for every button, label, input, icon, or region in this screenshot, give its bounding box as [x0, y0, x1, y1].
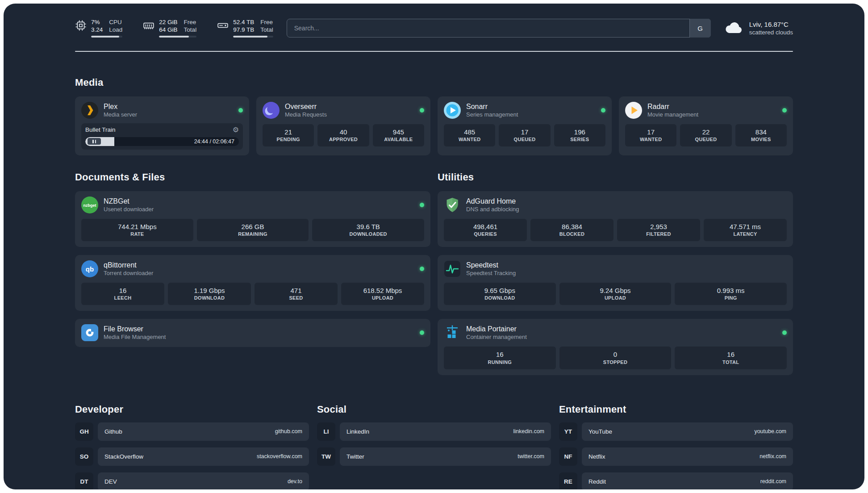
bookmark-abbr: SO — [75, 447, 93, 466]
bookmark-netflix[interactable]: NF Netflix netflix.com — [559, 447, 793, 466]
stat-label: QUEUED — [682, 136, 730, 143]
stat-tile: 9.24 Gbps UPLOAD — [559, 283, 672, 305]
status-dot — [238, 108, 243, 113]
filebrowser-icon — [81, 324, 98, 341]
stat-value: 834 — [737, 128, 785, 137]
playback-time: 24:44 / 02:06:47 — [194, 137, 234, 146]
top-bar: 7% 3.24 CPU Load — [75, 19, 793, 38]
service-description: DNS and adblocking — [466, 206, 519, 213]
bookmark-group-social: Social LI LinkedIn linkedin.com TW Twitt… — [317, 404, 551, 489]
disk-icon — [217, 20, 229, 31]
stat-value: 618.52 Mbps — [343, 286, 422, 295]
stat-tile: 834 MOVIES — [735, 124, 787, 146]
stat-tile: 618.52 Mbps UPLOAD — [341, 283, 424, 305]
service-card-adguard[interactable]: AdGuard Home DNS and adblocking 498,461 … — [438, 191, 793, 247]
resource-widget-disk: 52.4 TB 97.9 TB Free Total — [217, 19, 273, 38]
service-name: qBittorrent — [104, 261, 153, 269]
status-dot — [782, 330, 787, 335]
plex-icon — [81, 102, 98, 119]
stat-label: UPLOAD — [343, 295, 422, 301]
status-dot — [420, 267, 424, 271]
stat-label: STOPPED — [561, 359, 670, 366]
search-input[interactable] — [287, 19, 711, 38]
stat-value: 86,384 — [532, 222, 612, 231]
search-provider-button[interactable]: G — [689, 19, 711, 38]
stat-tile: 17 QUEUED — [499, 124, 550, 146]
bookmark-github[interactable]: GH Github github.com — [75, 422, 309, 441]
bookmark-pill: LinkedIn linkedin.com — [340, 422, 551, 441]
cpu-icon — [75, 20, 87, 31]
service-card-overseerr[interactable]: Overseerr Media Requests 21 PENDING 40 A… — [256, 96, 430, 155]
overseerr-icon — [263, 102, 280, 119]
stat-tile: 39.6 TB DOWNLOADED — [312, 219, 424, 241]
topbar-divider — [75, 51, 793, 52]
service-description: Media server — [104, 111, 137, 118]
stat-value: 9.24 Gbps — [561, 286, 670, 295]
stat-tile: 0 STOPPED — [559, 347, 672, 369]
service-description: Movie management — [647, 111, 698, 118]
bookmark-pill: Netflix netflix.com — [582, 447, 793, 466]
stat-tile: 196 SERIES — [554, 124, 605, 146]
stat-value: 17 — [627, 128, 675, 137]
service-card-filebrowser[interactable]: File Browser Media File Management — [75, 319, 430, 347]
bookmark-abbr: YT — [559, 422, 577, 441]
stat-tile: 47.571 ms LATENCY — [704, 219, 787, 241]
service-name: Overseerr — [285, 103, 327, 111]
service-description: Media File Management — [104, 334, 166, 340]
pause-button[interactable] — [88, 138, 101, 145]
stat-value: 2,953 — [619, 222, 698, 231]
service-card-nzbget[interactable]: nzbget NZBGet Usenet downloader 744.21 M… — [75, 191, 430, 247]
playback-progress-bar[interactable]: 24:44 / 02:06:47 — [85, 137, 239, 146]
bookmark-pill: YouTube youtube.com — [582, 422, 793, 441]
dashboard: 7% 3.24 CPU Load — [4, 4, 864, 489]
stat-label: PING — [676, 295, 785, 301]
adguard-icon — [444, 196, 461, 213]
stat-tile: 22 QUEUED — [680, 124, 731, 146]
bookmark-group-developer: Developer GH Github github.com SO StackO… — [75, 404, 309, 489]
bookmark-reddit[interactable]: RE Reddit reddit.com — [559, 472, 793, 489]
bookmark-abbr: DT — [75, 472, 93, 489]
service-card-plex[interactable]: Plex Media server Bullet Train ⚙ — [75, 96, 249, 155]
bookmark-linkedin[interactable]: LI LinkedIn linkedin.com — [317, 422, 551, 441]
system-resources: 7% 3.24 CPU Load — [75, 19, 273, 38]
stat-value: 266 GB — [199, 222, 307, 231]
bookmark-abbr: NF — [559, 447, 577, 466]
bookmark-domain: youtube.com — [754, 428, 786, 435]
stat-tile: 0.993 ms PING — [675, 283, 787, 305]
service-card-sonarr[interactable]: Sonarr Series management 485 WANTED 17 Q… — [438, 96, 612, 155]
bookmark-pill: Twitter twitter.com — [340, 447, 551, 466]
memory-bar — [159, 36, 196, 38]
bookmark-twitter[interactable]: TW Twitter twitter.com — [317, 447, 551, 466]
stat-value: 40 — [319, 128, 367, 137]
status-dot — [782, 108, 787, 113]
stat-tile: 9.65 Gbps DOWNLOAD — [444, 283, 556, 305]
bookmark-abbr: GH — [75, 422, 93, 441]
search-bar: G — [287, 19, 711, 38]
stat-tile: 16 RUNNING — [444, 347, 556, 369]
service-name: Speedtest — [466, 261, 516, 269]
stat-label: BLOCKED — [532, 231, 612, 238]
section-media: Media Plex Media server — [75, 77, 793, 155]
disk-total-value: 97.9 TB — [233, 26, 254, 33]
bookmark-dev[interactable]: DT DEV dev.to — [75, 472, 309, 489]
stat-tile: 485 WANTED — [444, 124, 495, 146]
bookmark-stackoverflow[interactable]: SO StackOverflow stackoverflow.com — [75, 447, 309, 466]
memory-free-label: Free — [184, 19, 197, 26]
bookmark-abbr: RE — [559, 472, 577, 489]
cpu-usage-value: 7% — [91, 19, 103, 26]
service-description: Series management — [466, 111, 518, 118]
service-card-speedtest[interactable]: Speedtest Speedtest Tracking 9.65 Gbps D… — [438, 255, 793, 311]
section-documents: Documents & Files nzbget NZBGet Usenet d… — [75, 171, 430, 347]
now-playing-widget: Bullet Train ⚙ 24:44 / 02:06:47 — [81, 123, 243, 150]
cloud-icon — [724, 21, 744, 35]
stat-value: 16 — [446, 350, 554, 359]
service-card-qbittorrent[interactable]: qb qBittorrent Torrent downloader 16 LEE… — [75, 255, 430, 311]
gear-icon[interactable]: ⚙ — [233, 126, 239, 134]
service-card-radarr[interactable]: Radarr Movie management 17 WANTED 22 QUE… — [619, 96, 793, 155]
stat-label: LATENCY — [705, 231, 785, 238]
service-name: File Browser — [104, 325, 166, 333]
cpu-bar — [91, 36, 122, 38]
memory-total-label: Total — [184, 26, 197, 33]
bookmark-youtube[interactable]: YT YouTube youtube.com — [559, 422, 793, 441]
service-card-portainer[interactable]: Media Portainer Container management 16 … — [438, 319, 793, 375]
